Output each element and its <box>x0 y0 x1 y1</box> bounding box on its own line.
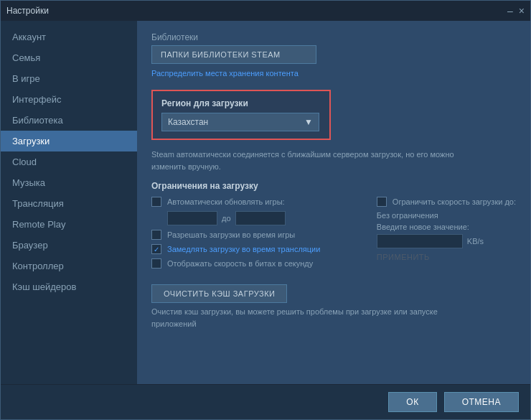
apply-button[interactable]: ПРИМЕНИТЬ <box>377 253 430 261</box>
limit-speed-checkbox[interactable] <box>377 197 387 207</box>
limits-left-col: Автоматически обновлять игры: до Разреша… <box>151 197 348 273</box>
until-from-input[interactable] <box>167 211 217 225</box>
auto-update-label: Автоматически обновлять игры: <box>167 197 285 206</box>
sidebar-item-music[interactable]: Музыка <box>1 172 137 193</box>
allow-during-game-label: Разрешать загрузки во время игры <box>167 230 295 239</box>
slow-during-stream-row: Замедлять загрузку во время трансляции <box>151 244 348 254</box>
region-label: Регион для загрузки <box>161 98 321 108</box>
limits-label: Ограничения на загрузку <box>151 181 516 191</box>
region-value: Казахстан <box>168 117 208 127</box>
sidebar-item-shadercache[interactable]: Кэш шейдеров <box>1 276 137 297</box>
sidebar-item-interface[interactable]: Интерфейс <box>1 89 137 110</box>
until-label: до <box>222 214 231 223</box>
libraries-label: Библиотеки <box>151 32 516 42</box>
sidebar-item-library[interactable]: Библиотека <box>1 110 137 131</box>
main-window: Настройки – × Аккаунт Семья В игре Интер… <box>0 0 531 420</box>
distribute-link[interactable]: Распределить места хранения контента <box>151 69 299 78</box>
slow-during-stream-checkbox[interactable] <box>151 244 161 254</box>
until-to-input[interactable] <box>235 211 286 225</box>
ok-button[interactable]: ОК <box>388 392 436 412</box>
auto-update-checkbox[interactable] <box>151 197 161 207</box>
sidebar-item-browser[interactable]: Браузер <box>1 235 137 256</box>
titlebar-controls: – × <box>507 6 525 16</box>
show-speed-bits-checkbox[interactable] <box>151 258 161 269</box>
steam-folders-button[interactable]: ПАПКИ БИБЛИОТЕКИ STEAM <box>151 45 316 64</box>
region-info-text: Steam автоматически соединяется с ближай… <box>151 149 467 172</box>
sidebar-item-controller[interactable]: Контроллер <box>1 256 137 276</box>
dropdown-arrow-icon: ▼ <box>304 117 313 127</box>
unit-label: KB/s <box>467 237 484 246</box>
sidebar-item-family[interactable]: Семья <box>1 47 137 68</box>
sidebar: Аккаунт Семья В игре Интерфейс Библиотек… <box>1 21 137 384</box>
sidebar-item-broadcast[interactable]: Трансляция <box>1 193 137 214</box>
allow-during-game-row: Разрешать загрузки во время игры <box>151 230 348 240</box>
speed-value-input[interactable] <box>377 234 463 248</box>
allow-during-game-checkbox[interactable] <box>151 230 161 240</box>
window-title: Настройки <box>6 6 49 16</box>
no-limit-text: Без ограничения <box>377 211 516 220</box>
show-speed-bits-row: Отображать скорость в битах в секунду <box>151 258 348 269</box>
value-input-row: KB/s <box>377 234 516 248</box>
until-row: до <box>167 211 348 225</box>
close-button[interactable]: × <box>519 6 525 16</box>
sidebar-item-cloud[interactable]: Cloud <box>1 151 137 172</box>
show-speed-bits-label: Отображать скорость в битах в секунду <box>167 259 313 268</box>
region-dropdown[interactable]: Казахстан ▼ <box>161 113 319 131</box>
titlebar: Настройки – × <box>1 1 530 21</box>
clear-cache-button[interactable]: ОЧИСТИТЬ КЭШ ЗАГРУЗКИ <box>151 284 287 303</box>
libraries-section: Библиотеки ПАПКИ БИБЛИОТЕКИ STEAM Распре… <box>151 32 516 78</box>
limits-section: Ограничения на загрузку Автоматически об… <box>151 181 516 273</box>
limits-columns: Автоматически обновлять игры: до Разреша… <box>151 197 516 273</box>
sidebar-item-remoteplay[interactable]: Remote Play <box>1 214 137 235</box>
sidebar-item-ingame[interactable]: В игре <box>1 68 137 89</box>
limit-speed-label: Ограничить скорость загрузки до: <box>393 197 516 206</box>
sidebar-item-downloads[interactable]: Загрузки <box>1 131 137 151</box>
limit-speed-row: Ограничить скорость загрузки до: <box>377 197 516 207</box>
minimize-button[interactable]: – <box>507 6 513 16</box>
clear-cache-info: Очистив кэш загрузки, вы можете решить п… <box>151 306 467 330</box>
footer: ОК ОТМЕНА <box>1 384 530 419</box>
auto-update-row: Автоматически обновлять игры: <box>151 197 348 207</box>
cancel-button[interactable]: ОТМЕНА <box>444 392 519 412</box>
clear-cache-section: ОЧИСТИТЬ КЭШ ЗАГРУЗКИ Очистив кэш загруз… <box>151 281 516 330</box>
sidebar-item-account[interactable]: Аккаунт <box>1 27 137 47</box>
region-section: Регион для загрузки Казахстан ▼ <box>151 90 331 140</box>
content-area: Аккаунт Семья В игре Интерфейс Библиотек… <box>1 21 530 384</box>
enter-value-label: Введите новое значение: <box>377 223 516 231</box>
slow-during-stream-label: Замедлять загрузку во время трансляции <box>167 245 320 253</box>
limits-right-col: Ограничить скорость загрузки до: Без огр… <box>377 197 516 273</box>
main-panel: Библиотеки ПАПКИ БИБЛИОТЕКИ STEAM Распре… <box>137 21 530 384</box>
